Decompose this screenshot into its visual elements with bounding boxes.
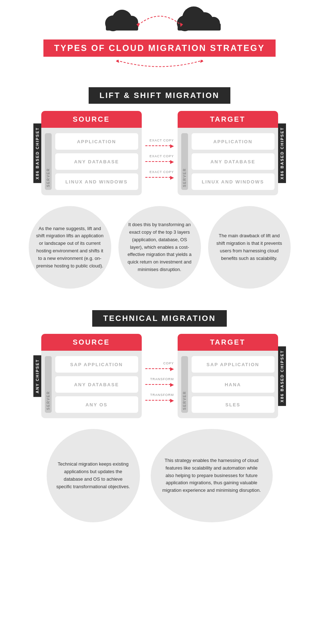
technical-migration-title-box: TECHNICAL MIGRATION [92,310,226,327]
arrow-row-2-1: COPY ▶ [145,361,174,372]
source-layer-3: LINUX AND WINDOWS [55,173,138,190]
target-content-2: SERVER SAP APPLICATION HANA SLES [178,351,278,418]
source-box: SOURCE SERVER APPLICATION ANY DATABASE L… [41,111,142,195]
source-layer-2-2-text: ANY DATABASE [74,382,119,387]
source-content: SERVER APPLICATION ANY DATABASE LINUX AN… [41,128,142,195]
source-header-2: SOURCE [41,334,142,351]
target-content-1: SERVER APPLICATION ANY DATABASE LINUX AN… [178,128,278,195]
arrows-section1: EXACT COPY ▶ EXACT COPY ▶ EXACT COPY [142,118,178,188]
desc-circle-2-2: This strategy enables the harnessing of … [151,429,273,522]
dashed-line-2 [145,161,171,162]
header-section: TYPES OF CLOUD MIGRATION STRATEGY [0,0,319,76]
technical-migration-descriptions: Technical migration keeps existing appli… [0,425,319,533]
target-header-text-1: TARGET [210,115,245,123]
page-wrapper: TYPES OF CLOUD MIGRATION STRATEGY LIFT &… [0,0,319,533]
source-layer-2-1-text: SAP APPLICATION [70,362,123,367]
lift-shift-title: LIFT & SHIFT MIGRATION [99,91,219,100]
desc-circle-2-1: Technical migration keeps existing appli… [47,429,140,522]
desc-text-2-1: Technical migration keeps existing appli… [56,461,131,490]
source-header-text: SOURCE [73,115,110,123]
source-layer-2-2: ANY DATABASE [55,376,138,393]
svg-marker-11 [200,60,203,63]
arrow-line-2-1: ▶ [145,366,174,372]
dashed-line-1 [145,145,171,146]
arrow-label-3: EXACT COPY [145,170,174,174]
target-layer-2-2-text: HANA [225,382,241,387]
arrow-line-2-3: ▶ [145,397,174,403]
desc-text-2-2: This strategy enables the harnessing of … [161,457,262,494]
source-layer-2-1: SAP APPLICATION [55,356,138,373]
source-layer-2: ANY DATABASE [55,153,138,170]
arrows-section2: COPY ▶ TRANSFORM ▶ TRANSFORM [142,341,178,411]
source-content-2: SERVER SAP APPLICATION ANY DATABASE ANY … [41,351,142,418]
target-layer-2-1-text: SAP APPLICATION [207,362,259,367]
target-server-label-1: SERVER [181,133,188,190]
source-side-label-2: Any Chipset [33,355,41,397]
source-layers-2: SAP APPLICATION ANY DATABASE ANY OS [55,356,138,413]
arrow-row-2: EXACT COPY ▶ [145,154,174,164]
clouds-decoration [0,4,319,36]
arrow-row-1: EXACT COPY ▶ [145,139,174,149]
source-server-label: SERVER [45,133,52,190]
desc-circle-1-2: It does this by transforming an exact co… [118,206,201,289]
svg-rect-3 [106,23,138,31]
source-layer-1-text: APPLICATION [77,139,116,144]
source-header: SOURCE [41,111,142,128]
main-title-text: TYPES OF CLOUD MIGRATION STRATEGY [54,43,265,53]
source-layer-2-text: ANY DATABASE [74,159,119,164]
dashed-line-2-1 [145,368,171,369]
technical-migration-diagram: Any Chipset SOURCE SERVER SAP APPLICATIO… [0,334,319,418]
desc-circle-1-3: The main drawback of lift and shift migr… [208,206,291,289]
arrow-line-1: ▶ [145,143,174,149]
target-side-label-2: x86 Based Chipset [278,346,286,406]
source-layers: APPLICATION ANY DATABASE LINUX AND WINDO… [55,133,138,190]
svg-rect-8 [178,23,221,31]
desc-text-1-1: As the name suggests, lift and shift mig… [36,225,104,270]
dashed-line-2-3 [145,400,171,401]
target-side-label-1: x86 Based Chipset [278,123,286,183]
arrow-line-2: ▶ [145,159,174,164]
technical-migration-section: TECHNICAL MIGRATION Any Chipset SOURCE S… [0,310,319,533]
svg-marker-12 [116,60,119,63]
source-box-2: SOURCE SERVER SAP APPLICATION ANY DATABA… [41,334,142,418]
target-box-1: TARGET SERVER APPLICATION ANY DATABASE L… [178,111,278,195]
arrow-line-3: ▶ [145,174,174,180]
desc-circle-1-1: As the name suggests, lift and shift mig… [29,206,111,289]
lift-shift-header: LIFT & SHIFT MIGRATION [0,87,319,104]
target-header-2: TARGET [178,334,278,351]
target-layers-1: APPLICATION ANY DATABASE LINUX AND WINDO… [192,133,275,190]
arrow-row-2-2: TRANSFORM ▶ [145,377,174,387]
source-layer-2-3-text: ANY OS [85,402,108,407]
source-layer-1: APPLICATION [55,133,138,150]
target-box-2: TARGET SERVER SAP APPLICATION HANA SLES [178,334,278,418]
arrow-label-2-3: TRANSFORM [145,393,174,397]
source-header-text-2: SOURCE [73,338,110,346]
source-layer-3-text: LINUX AND WINDOWS [65,179,128,185]
target-layer-1-2-text: ANY DATABASE [210,159,255,164]
desc-text-1-2: It does this by transforming an exact co… [126,221,194,274]
target-layer-2-3: SLES [192,396,275,413]
desc-text-1-3: The main drawback of lift and shift migr… [215,232,283,262]
target-server-label-2: SERVER [181,356,188,413]
target-layer-2-3-text: SLES [225,402,240,407]
target-layer-1-3: LINUX AND WINDOWS [192,173,275,190]
arrow-label-2: EXACT COPY [145,154,174,158]
lift-shift-section: LIFT & SHIFT MIGRATION x86 Based Chipset… [0,87,319,299]
target-header-text-2: TARGET [210,338,245,346]
source-server-label-2: SERVER [45,356,52,413]
main-title-banner: TYPES OF CLOUD MIGRATION STRATEGY [43,39,276,57]
lift-shift-descriptions: As the name suggests, lift and shift mig… [0,202,319,299]
dashed-line-2-2 [145,384,171,385]
technical-migration-title: TECHNICAL MIGRATION [103,314,216,323]
target-layers-2: SAP APPLICATION HANA SLES [192,356,275,413]
lift-shift-diagram: x86 Based Chipset SOURCE SERVER APPLICAT… [0,111,319,195]
technical-migration-header: TECHNICAL MIGRATION [0,310,319,327]
source-layer-2-3: ANY OS [55,396,138,413]
target-layer-2-2: HANA [192,376,275,393]
arrow-label-2-1: COPY [145,361,174,365]
arrow-row-3: EXACT COPY ▶ [145,170,174,180]
target-layer-1-1-text: APPLICATION [213,139,252,144]
arrow-label-2-2: TRANSFORM [145,377,174,381]
lift-shift-title-box: LIFT & SHIFT MIGRATION [89,87,230,104]
arrow-label-1: EXACT COPY [145,139,174,142]
